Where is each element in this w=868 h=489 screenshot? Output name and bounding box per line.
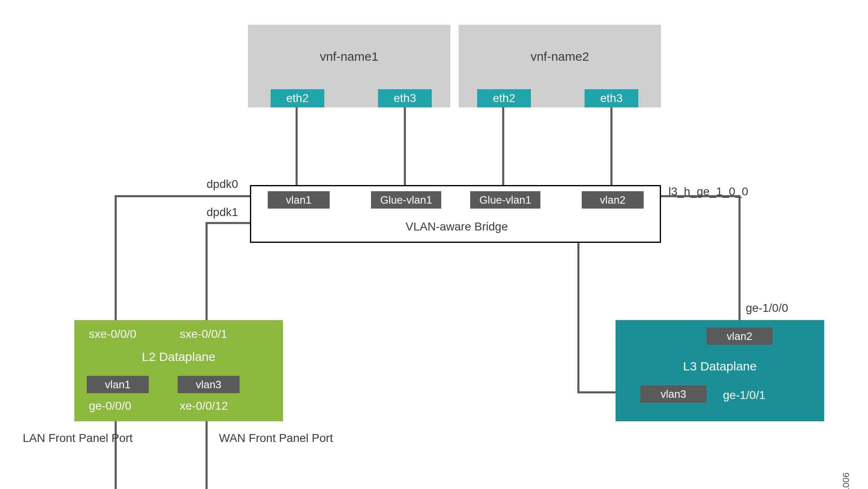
vnf1-title: vnf-name1: [248, 50, 450, 64]
l2-sxe-left: sxe-0/0/0: [89, 328, 136, 341]
l3-vlan3-badge: vlan3: [640, 385, 706, 403]
dpdk1-label: dpdk1: [207, 206, 238, 219]
lan-front-panel-label: LAN Front Panel Port: [23, 432, 133, 445]
bridge-title: VLAN-aware Bridge: [251, 220, 662, 233]
vnf1-eth3-badge: eth3: [378, 89, 432, 107]
l2-xe-right: xe-0/0/12: [180, 399, 228, 413]
l3-vlan2-badge: vlan2: [706, 328, 773, 345]
vnf1-eth2-badge: eth2: [271, 89, 324, 107]
bridge-vlan1-badge: vlan1: [268, 191, 330, 209]
vnf2-title: vnf-name2: [459, 50, 661, 64]
l3-ge-bottom: ge-1/0/1: [723, 389, 766, 402]
bridge-glue-vlan1-badge-right: Glue-vlan1: [470, 191, 540, 209]
l3-dataplane: vlan2 L3 Dataplane vlan3 ge-1/0/1: [616, 320, 824, 421]
vnf2-eth3-badge: eth3: [585, 89, 638, 107]
l3-title: L3 Dataplane: [616, 359, 824, 373]
l3-ge-top-label: ge-1/0/0: [746, 301, 788, 315]
vnf-box-1: vnf-name1 eth2 eth3: [248, 25, 450, 107]
wan-front-panel-label: WAN Front Panel Port: [219, 432, 333, 445]
vlan-aware-bridge: vlan1 Glue-vlan1 Glue-vlan1 vlan2 VLAN-a…: [250, 185, 661, 243]
figure-id: g301006: [841, 472, 851, 489]
l2-ge-left: ge-0/0/0: [89, 399, 131, 413]
diagram-canvas: vnf-name1 eth2 eth3 vnf-name2 eth2 eth3 …: [0, 0, 868, 489]
dpdk0-label: dpdk0: [207, 178, 238, 191]
bridge-glue-vlan1-badge-left: Glue-vlan1: [371, 191, 441, 209]
vnf2-eth2-badge: eth2: [477, 89, 531, 107]
l2-sxe-right: sxe-0/0/1: [180, 328, 227, 341]
l2-vlan3-badge: vlan3: [178, 376, 240, 393]
bridge-vlan2-badge: vlan2: [582, 191, 644, 209]
l2-dataplane: sxe-0/0/0 sxe-0/0/1 L2 Dataplane vlan1 v…: [74, 320, 283, 421]
l2-title: L2 Dataplane: [74, 350, 283, 364]
vnf-box-2: vnf-name2 eth2 eth3: [459, 25, 661, 107]
l3h-label: l3_h_ge_1_0_0: [668, 185, 748, 198]
l2-vlan1-badge: vlan1: [87, 376, 149, 393]
